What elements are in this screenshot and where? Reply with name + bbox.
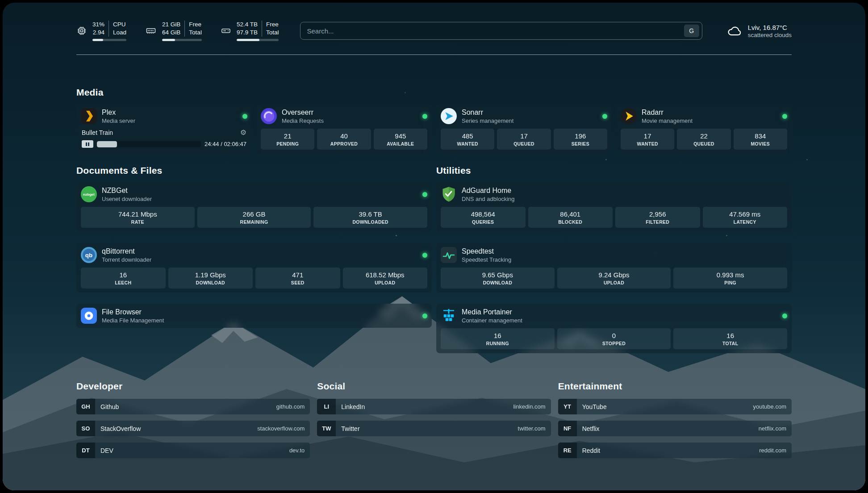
bookmark-domain: linkedin.com <box>513 403 545 410</box>
section-utilities: Utilities AdGuard Home DNS and adblockin… <box>436 165 792 353</box>
search-provider-button[interactable]: G <box>684 25 699 37</box>
memory-total-value: 64 GiB <box>162 29 184 37</box>
bookmark-youtube[interactable]: YT YouTube youtube.com <box>558 399 792 414</box>
speedtest-icon <box>441 247 457 263</box>
stat-latency: 47.569 msLATENCY <box>703 207 788 228</box>
cpu-usage-value: 31% <box>92 21 108 29</box>
bookmark-domain: youtube.com <box>753 403 786 410</box>
service-card-portainer[interactable]: Media Portainer Container management 16R… <box>436 304 792 353</box>
bookmarks-area: Developer GH Github github.com SO StackO… <box>76 381 792 482</box>
service-card-filebrowser[interactable]: File Browser Media File Management <box>76 304 432 328</box>
documents-heading: Documents & Files <box>76 165 432 176</box>
search-bar[interactable]: G <box>300 22 702 40</box>
stat-upload: 618.52 MbpsUPLOAD <box>343 267 428 288</box>
service-name: Sonarr <box>462 109 513 117</box>
stat-upload: 9.24 GbpsUPLOAD <box>557 267 671 288</box>
status-dot-online <box>242 114 247 119</box>
cloud-icon <box>726 23 743 39</box>
search-input[interactable] <box>307 27 684 35</box>
bookmark-abbr: GH <box>76 399 95 414</box>
cpu-widget: 31% CPU 2.94 Load <box>76 21 126 41</box>
service-name: File Browser <box>102 308 164 316</box>
status-dot-online <box>602 114 607 119</box>
now-playing-title: Bullet Train <box>82 129 113 136</box>
cpu-icon <box>76 25 87 36</box>
service-subtitle: Container management <box>462 317 522 324</box>
bookmark-linkedin[interactable]: LI LinkedIn linkedin.com <box>317 399 551 414</box>
service-subtitle: DNS and adblocking <box>462 196 515 202</box>
playback-time: 24:44 / 02:06:47 <box>204 141 246 147</box>
adguard-icon <box>441 186 457 202</box>
disk-total-label: Total <box>262 29 279 37</box>
memory-free-value: 21 GiB <box>162 21 184 29</box>
service-name: Radarr <box>642 109 693 117</box>
bookmark-abbr: LI <box>317 399 336 414</box>
svg-text:nzbget: nzbget <box>83 193 95 197</box>
bookmark-group-social: Social LI LinkedIn linkedin.com TW Twitt… <box>317 381 551 464</box>
nzbget-icon: nzbget <box>81 186 97 202</box>
service-card-radarr[interactable]: Radarr Movie management 17WANTED 22QUEUE… <box>616 104 792 154</box>
disk-progress-bar <box>237 39 279 41</box>
service-card-qbittorrent[interactable]: qb qBittorrent Torrent downloader 16LEEC… <box>76 243 432 292</box>
bookmark-name: StackOverflow <box>100 425 141 432</box>
stat-total: 16TOTAL <box>673 328 787 349</box>
cpu-load-label: Load <box>108 29 126 37</box>
bookmark-name: Twitter <box>341 425 359 432</box>
weather-widget: Lviv, 16.87°C scattered clouds <box>726 23 792 39</box>
stat-blocked: 86,401BLOCKED <box>528 207 613 228</box>
plex-icon <box>81 108 97 124</box>
bookmark-domain: twitter.com <box>518 425 546 432</box>
sonarr-icon <box>441 108 457 124</box>
service-card-overseerr[interactable]: Overseerr Media Requests 21PENDING 40APP… <box>256 104 432 154</box>
media-heading: Media <box>76 87 792 98</box>
bookmark-reddit[interactable]: RE Reddit reddit.com <box>558 443 792 458</box>
playback-progress-bar[interactable] <box>97 141 201 147</box>
bookmark-name: Github <box>100 403 119 410</box>
disk-total-value: 97.9 TB <box>237 29 262 37</box>
service-subtitle: Speedtest Tracking <box>462 256 511 263</box>
pause-button[interactable] <box>82 140 93 148</box>
disk-free-label: Free <box>262 21 279 29</box>
bookmark-dev[interactable]: DT DEV dev.to <box>76 443 310 458</box>
status-dot-online <box>782 114 787 119</box>
bookmark-stackoverflow[interactable]: SO StackOverflow stackoverflow.com <box>76 421 310 436</box>
service-subtitle: Media File Management <box>102 317 164 324</box>
entertainment-heading: Entertainment <box>558 381 792 392</box>
service-card-adguard[interactable]: AdGuard Home DNS and adblocking 498,564Q… <box>436 182 792 232</box>
memory-icon <box>145 25 157 36</box>
bookmark-twitter[interactable]: TW Twitter twitter.com <box>317 421 551 436</box>
service-name: Media Portainer <box>462 308 522 316</box>
weather-condition: scattered clouds <box>748 32 792 38</box>
status-dot-online <box>422 253 427 258</box>
plex-now-playing: Bullet Train ⚙ <box>81 129 247 136</box>
cpu-progress-bar <box>92 39 126 41</box>
bookmark-domain: dev.to <box>289 447 305 454</box>
stat-rate: 744.21 MbpsRATE <box>81 207 195 228</box>
stat-seed: 471SEED <box>255 267 340 288</box>
bookmark-abbr: SO <box>76 421 95 436</box>
service-name: NZBGet <box>102 187 152 195</box>
stat-pending: 21PENDING <box>261 129 314 150</box>
widget-settings-icon[interactable]: ⚙ <box>240 129 246 136</box>
service-card-sonarr[interactable]: Sonarr Series management 485WANTED 17QUE… <box>436 104 612 154</box>
stat-available: 945AVAILABLE <box>374 129 427 150</box>
stat-series: 196SERIES <box>554 129 607 150</box>
bookmark-group-developer: Developer GH Github github.com SO StackO… <box>76 381 310 464</box>
bookmark-group-entertainment: Entertainment YT YouTube youtube.com NF … <box>558 381 792 464</box>
social-heading: Social <box>317 381 551 392</box>
topbar-divider <box>76 54 792 55</box>
service-card-nzbget[interactable]: nzbget NZBGet Usenet downloader 744.21 M… <box>76 182 432 232</box>
memory-widget: 21 GiB Free 64 GiB Total <box>145 21 202 41</box>
service-card-speedtest[interactable]: Speedtest Speedtest Tracking 9.65 GbpsDO… <box>436 243 792 292</box>
bookmark-domain: netflix.com <box>759 425 786 432</box>
cpu-load-value: 2.94 <box>92 29 108 37</box>
bookmark-abbr: NF <box>558 421 577 436</box>
bookmark-netflix[interactable]: NF Netflix netflix.com <box>558 421 792 436</box>
stat-ping: 0.993 msPING <box>673 267 787 288</box>
service-card-plex[interactable]: Plex Media server Bullet Train ⚙ <box>76 104 252 154</box>
bookmark-github[interactable]: GH Github github.com <box>76 399 310 414</box>
bookmark-abbr: RE <box>558 443 577 458</box>
status-dot-online <box>422 192 427 197</box>
stat-download: 9.65 GbpsDOWNLOAD <box>441 267 555 288</box>
section-documents-files: Documents & Files nzbget NZBGet Usenet d… <box>76 165 432 328</box>
